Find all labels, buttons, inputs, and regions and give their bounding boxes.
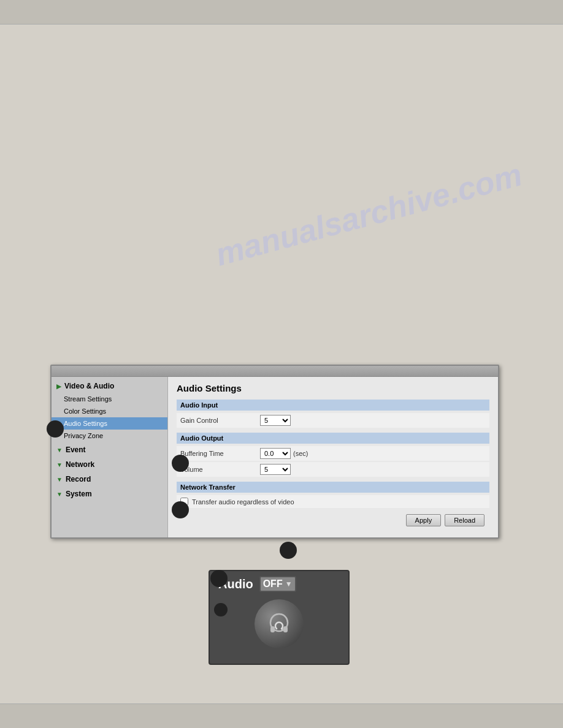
svg-rect-2: [283, 626, 288, 632]
content-area: Audio Settings Audio Input Gain Control …: [168, 377, 498, 537]
buffering-time-select[interactable]: 0.0 0.5 1.0 1.5 2.0: [260, 448, 291, 459]
sidebar-header-video-audio[interactable]: ▶ Video & Audio: [52, 379, 167, 393]
arrow-icon-record: ▼: [56, 476, 63, 483]
sidebar-item-stream-settings[interactable]: Stream Settings: [52, 393, 167, 405]
audio-toggle[interactable]: OFF ▼: [259, 576, 296, 592]
svg-rect-1: [270, 626, 275, 632]
sidebar-section-event: ▼ Event: [52, 443, 167, 457]
sidebar-section-label-record: Record: [66, 475, 91, 483]
step-circle-2: [172, 455, 189, 472]
audio-settings-dialog: ▶ Video & Audio Stream Settings Color Se…: [50, 365, 499, 539]
sidebar-header-record[interactable]: ▼ Record: [52, 472, 167, 486]
bottom-bar: [0, 703, 563, 728]
sidebar-section-label-event: Event: [66, 446, 86, 454]
sidebar-section-record: ▼ Record: [52, 472, 167, 486]
sidebar-item-privacy-zone[interactable]: Privacy Zone: [52, 430, 167, 442]
buffering-time-label: Buffering Time: [180, 450, 260, 457]
sidebar-section-system: ▼ System: [52, 487, 167, 501]
sidebar-item-color-settings[interactable]: Color Settings: [52, 405, 167, 417]
audio-input-header: Audio Input: [177, 400, 489, 411]
step-circle-1: [47, 420, 64, 438]
sidebar-section-label-network: Network: [66, 460, 94, 469]
audio-output-header: Audio Output: [177, 433, 489, 444]
reload-button[interactable]: Reload: [445, 514, 484, 526]
top-bar: [0, 0, 563, 25]
network-transfer-row: Transfer audio regardless of video: [177, 495, 489, 508]
page-title: Audio Settings: [177, 383, 489, 393]
volume-row: Volume 5 1 2 3 4 6 7 8: [177, 462, 489, 477]
network-transfer-header: Network Transfer: [177, 482, 489, 493]
step-circle-audio: [210, 570, 228, 587]
sidebar-section-label: Video & Audio: [64, 382, 114, 390]
sidebar-section-video-audio: ▶ Video & Audio Stream Settings Color Se…: [52, 379, 167, 442]
sidebar-header-event[interactable]: ▼ Event: [52, 443, 167, 457]
volume-label: Volume: [180, 466, 260, 473]
sidebar-section-label-system: System: [66, 490, 92, 498]
sec-unit: (sec): [293, 450, 308, 457]
gain-control-select[interactable]: 5 1 2 3 4 6 7 8: [260, 415, 291, 426]
buffering-time-row: Buffering Time 0.0 0.5 1.0 1.5 2.0 (sec): [177, 446, 489, 461]
gain-control-row: Gain Control 5 1 2 3 4 6 7 8: [177, 413, 489, 428]
transfer-audio-label: Transfer audio regardless of video: [192, 498, 294, 506]
dialog-titlebar: [52, 366, 498, 377]
button-row: Apply Reload: [177, 508, 489, 531]
inner-circle: [214, 603, 228, 616]
audio-headphone-icon: [255, 599, 304, 648]
step-circle-3: [172, 501, 189, 518]
audio-toggle-arrow-icon: ▼: [285, 580, 293, 588]
arrow-icon-system: ▼: [56, 491, 63, 498]
arrow-icon-event: ▼: [56, 447, 63, 453]
sidebar-item-audio-settings[interactable]: Audio Settings: [52, 417, 167, 430]
audio-widget: Audio OFF ▼: [209, 570, 350, 665]
sidebar-header-system[interactable]: ▼ System: [52, 487, 167, 501]
watermark: manualsarchive.com: [212, 156, 526, 273]
audio-toggle-value: OFF: [263, 578, 283, 590]
arrow-icon-network: ▼: [56, 461, 63, 468]
gain-control-label: Gain Control: [180, 417, 260, 424]
sidebar-header-network[interactable]: ▼ Network: [52, 458, 167, 471]
apply-button[interactable]: Apply: [406, 514, 442, 526]
sidebar-section-network: ▼ Network: [52, 458, 167, 471]
step-circle-4: [280, 542, 297, 559]
audio-widget-top: Audio OFF ▼: [210, 571, 348, 597]
arrow-icon: ▶: [56, 383, 61, 390]
volume-select[interactable]: 5 1 2 3 4 6 7 8: [260, 464, 291, 475]
sidebar: ▶ Video & Audio Stream Settings Color Se…: [52, 377, 168, 537]
